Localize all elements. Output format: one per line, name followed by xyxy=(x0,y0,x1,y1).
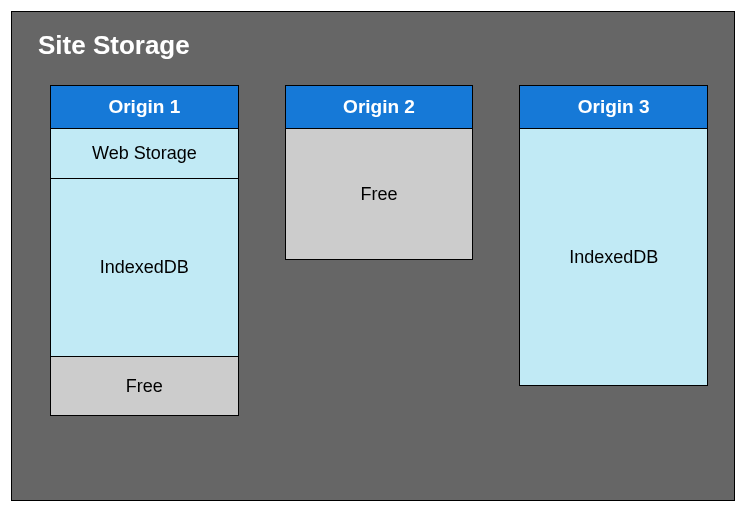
origin-box-3: Origin 3 IndexedDB xyxy=(519,85,708,386)
segment-free: Free xyxy=(286,129,473,259)
origin-box-2: Origin 2 Free xyxy=(285,85,474,260)
site-storage-diagram: Site Storage Origin 1 Web Storage Indexe… xyxy=(11,11,735,501)
origin-header: Origin 3 xyxy=(520,86,707,129)
segment-free: Free xyxy=(51,357,238,415)
origin-header: Origin 2 xyxy=(286,86,473,129)
origins-row: Origin 1 Web Storage IndexedDB Free Orig… xyxy=(38,85,708,416)
origin-header: Origin 1 xyxy=(51,86,238,129)
segment-indexeddb: IndexedDB xyxy=(520,129,707,385)
diagram-title: Site Storage xyxy=(38,30,708,61)
segment-web-storage: Web Storage xyxy=(51,129,238,179)
segment-indexeddb: IndexedDB xyxy=(51,179,238,357)
origin-box-1: Origin 1 Web Storage IndexedDB Free xyxy=(50,85,239,416)
